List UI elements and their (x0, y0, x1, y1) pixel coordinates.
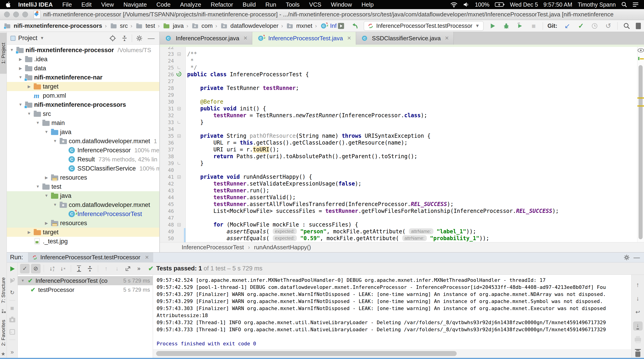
tree-arrow-icon[interactable]: ▼ (34, 121, 42, 125)
sort-by-duration-icon[interactable]: ↓≡ (58, 264, 68, 274)
tool-window-button-project[interactable]: 1: Project (0, 33, 7, 74)
menu-help[interactable]: Help (357, 1, 378, 8)
collapse-all-icon[interactable]: ▼▲ (120, 34, 129, 43)
tool-window-button-favorites[interactable]: 2: Favorites ★ (0, 314, 7, 351)
code-line-51[interactable]: 51 (160, 242, 637, 242)
fold-end-icon[interactable] (178, 66, 180, 69)
show-passed-icon[interactable]: ✓ (20, 264, 30, 274)
menu-tools[interactable]: Tools (281, 1, 304, 8)
breadcrumb-item-mxnet[interactable]: mxnet (286, 22, 312, 30)
tree-row-inferenceprocessortest[interactable]: CInferenceProcessorTest (7, 210, 159, 218)
menu-user[interactable]: Timothy Spann (578, 1, 616, 8)
scroll-to-end-icon[interactable]: ↓ (633, 322, 643, 330)
menu-analyze[interactable]: Analyze (175, 1, 206, 8)
down-arrow-icon[interactable]: ↓ (633, 294, 643, 303)
up-arrow-icon[interactable]: ↑ (633, 280, 643, 289)
code-line-39[interactable]: 39 } (160, 160, 637, 167)
battery-icon[interactable] (495, 2, 504, 7)
editor-tab-inferenceprocessortest.java[interactable]: CInferenceProcessorTest.java✕ (252, 32, 356, 44)
locate-file-icon[interactable] (108, 34, 117, 43)
tree-row-ssdclassifierservice[interactable]: CSSDClassifierService100% m (7, 164, 159, 173)
eye-inspections-icon[interactable] (638, 48, 644, 54)
next-occurrence-icon[interactable]: ↓ (112, 264, 122, 274)
gear-icon[interactable] (622, 253, 632, 262)
code-line-44[interactable]: 44 testRunner.assertValid(); (160, 194, 637, 201)
chevron-down-icon[interactable]: ▼ (40, 36, 44, 40)
code-line-30[interactable]: 30 @Before (160, 98, 637, 105)
close-button[interactable] (4, 12, 10, 17)
stripe-warning-mark[interactable] (638, 106, 644, 106)
code-line-29[interactable]: 29 (160, 92, 637, 98)
code-line-40[interactable]: 40 (160, 167, 637, 174)
code-line-31[interactable]: 31 public void init() { (160, 105, 637, 112)
fold-end-icon[interactable] (178, 121, 180, 124)
breadcrumb-item-java[interactable]: java (162, 22, 184, 30)
tree-row-com.dataflowdeveloper.mxnet[interactable]: ▼com.dataflowdeveloper.mxnet (7, 200, 159, 210)
breadcrumb-item-com[interactable]: com (191, 22, 212, 30)
tree-arrow-icon[interactable]: ▶ (42, 221, 50, 226)
fold-end-icon[interactable] (178, 162, 180, 164)
close-icon[interactable]: ✕ (243, 35, 248, 41)
hide-panel-icon[interactable]: — (146, 34, 156, 43)
fold-marker-icon[interactable] (177, 134, 181, 138)
stop-button[interactable]: ■ (529, 22, 538, 30)
tree-row-java[interactable]: ▼java (7, 128, 159, 136)
editor-tab-inferenceprocessor.java[interactable]: CInferenceProcessor.java✕ (160, 32, 252, 44)
volume-icon[interactable] (463, 2, 470, 8)
code-line-23[interactable]: 23/** (160, 50, 637, 57)
menu-window[interactable]: Window (326, 1, 357, 8)
code-line-42[interactable]: 42 testRunner.setValidateExpressionUsage… (160, 180, 637, 187)
error-stripe[interactable] (637, 47, 644, 242)
git-commit-icon[interactable]: ✓ (576, 22, 586, 30)
import-test-results-icon[interactable] (8, 328, 16, 336)
test-result-row[interactable]: ✔testProcessor5 s 729 ms (18, 285, 153, 294)
menu-navigate[interactable]: Navigate (118, 1, 152, 8)
run-anything-icon[interactable] (336, 22, 346, 30)
tree-row-inferenceprocessor[interactable]: CInferenceProcessor100% me (7, 146, 159, 155)
menu-run[interactable]: Run (261, 1, 281, 8)
tree-row-target[interactable]: ▶target (7, 82, 159, 91)
debug-button[interactable] (502, 22, 511, 30)
tree-row-.idea[interactable]: ▶.idea (7, 55, 159, 64)
run-tab[interactable]: InferenceProcessorTest.testProcessor ✕ (28, 252, 153, 262)
tree-arrow-icon[interactable]: ▼ (21, 279, 28, 283)
fold-marker-icon[interactable] (177, 52, 181, 56)
code-line-24[interactable]: 24 * (160, 57, 637, 64)
tree-row-src[interactable]: ▼src (7, 109, 159, 118)
menu-code[interactable]: Code (152, 1, 175, 8)
code-line-32[interactable]: 32 testRunner = TestRunners.newTestRunne… (160, 112, 637, 119)
tree-row-resources[interactable]: ▶resources (7, 173, 159, 182)
code-line-49[interactable]: 49 assertEquals( expected: "person", moc… (160, 228, 637, 235)
breadcrumb-item-src[interactable]: src (110, 22, 128, 30)
scrollbar-thumb[interactable] (156, 351, 457, 356)
expand-all-icon[interactable]: ▼▲ (74, 264, 84, 274)
tree-arrow-icon[interactable]: ▼ (42, 194, 50, 198)
tree-arrow-icon[interactable]: ▼ (16, 75, 24, 80)
clock-history-icon[interactable] (590, 22, 599, 30)
clear-console-icon[interactable] (633, 349, 643, 358)
tree-arrow-icon[interactable]: ▶ (25, 84, 33, 89)
tree-arrow-icon[interactable]: ▼ (42, 130, 50, 134)
rerun-tests-icon[interactable] (8, 265, 16, 273)
tree-arrow-icon[interactable]: ▼ (8, 48, 16, 52)
breadcrumb-item-test[interactable]: test (135, 22, 155, 30)
breadcrumb-item-nifi-mxnetinference-processors[interactable]: nifi-mxnetinference-processors (3, 22, 102, 30)
collapse-all-icon[interactable]: ▼▲ (85, 264, 95, 274)
show-ignored-icon[interactable]: ⊘ (31, 264, 40, 274)
run-with-coverage-icon[interactable] (516, 22, 524, 30)
code-line-33[interactable]: 33 } (160, 119, 637, 126)
menu-file[interactable]: File (58, 1, 77, 8)
close-icon[interactable]: ✕ (445, 35, 449, 41)
code-line-46[interactable]: 46 List<MockFlowFile> successFiles = tes… (160, 208, 637, 214)
code-line-38[interactable]: 38 return Paths.get(uri).toAbsolutePath(… (160, 153, 637, 160)
console-horizontal-scrollbar[interactable] (153, 349, 631, 358)
tree-row-nifi-mxnetinference-nar[interactable]: ▼nifi-mxnetinference-nar (7, 73, 159, 82)
tree-arrow-icon[interactable]: ▼ (16, 102, 24, 107)
menu-vcs[interactable]: VCS (304, 1, 326, 8)
toggle-auto-test-icon[interactable]: ↻ (8, 288, 16, 296)
code-line-43[interactable]: 43 testRunner.run(); (160, 187, 637, 194)
run-test-icon[interactable] (176, 71, 182, 78)
fold-marker-icon[interactable] (177, 223, 181, 226)
menu-edit[interactable]: Edit (77, 1, 96, 8)
back-arrow-icon[interactable] (350, 22, 359, 30)
